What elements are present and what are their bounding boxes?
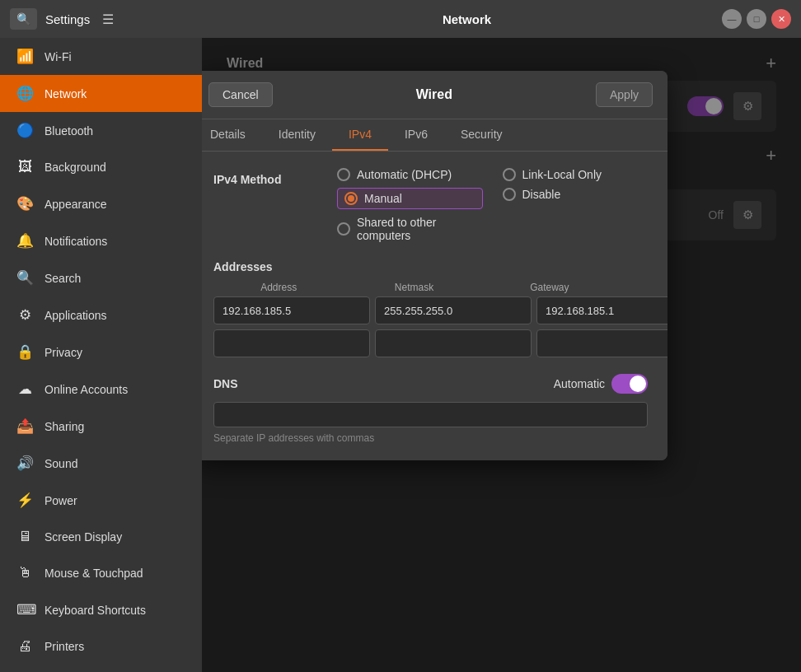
hamburger-button[interactable]: ☰ [98, 7, 118, 31]
sidebar-label-privacy: Privacy [44, 346, 82, 359]
method-row-3: Shared to other computers [337, 216, 648, 242]
radio-shared[interactable]: Shared to other computers [337, 216, 483, 242]
sidebar-label-network: Network [44, 87, 87, 100]
method-row-1: Automatic (DHCP) Link-Local Only [337, 168, 648, 181]
sidebar-label-online-accounts: Online Accounts [44, 383, 128, 396]
radio-auto-dhcp[interactable]: Automatic (DHCP) [337, 168, 483, 181]
sidebar-label-sound: Sound [44, 457, 77, 470]
tab-ipv6[interactable]: IPv6 [388, 119, 444, 151]
bluetooth-icon: 🔵 [16, 122, 33, 139]
sidebar-label-keyboard-shortcuts: Keyboard Shortcuts [44, 604, 146, 617]
sidebar-item-search[interactable]: 🔍 Search [0, 259, 202, 296]
sharing-icon: 📤 [16, 418, 33, 435]
settings-label: Settings [45, 12, 90, 26]
sidebar-label-notifications: Notifications [44, 235, 107, 248]
addresses-title: Addresses [213, 260, 648, 273]
network-icon: 🌐 [16, 85, 33, 102]
sidebar-label-power: Power [44, 494, 77, 507]
wired-dialog: Cancel Wired Apply Details Identity IPv4… [202, 71, 668, 460]
radio-disable[interactable]: Disable [503, 188, 649, 201]
sidebar-item-wifi[interactable]: 📶 Wi-Fi [0, 38, 202, 75]
maximize-button[interactable]: □ [747, 9, 766, 29]
dialog-tabs: Details Identity IPv4 IPv6 Security [202, 119, 668, 152]
dialog-overlay: Cancel Wired Apply Details Identity IPv4… [202, 38, 801, 672]
sidebar-item-background[interactable]: 🖼 Background [0, 149, 202, 185]
window-title: Network [212, 12, 722, 26]
col-gateway-label: Gateway [485, 282, 615, 293]
radio-disable-outer [503, 188, 516, 201]
addr-row-2: 🗑 [213, 329, 648, 357]
sidebar-label-screen-display: Screen Display [44, 530, 122, 544]
sidebar-label-mouse-touchpad: Mouse & Touchpad [44, 567, 143, 580]
sidebar-item-sound[interactable]: 🔊 Sound [0, 445, 202, 482]
dialog-cancel-button[interactable]: Cancel [208, 82, 273, 107]
radio-manual-label: Manual [364, 192, 402, 205]
radio-manual-outer [344, 192, 358, 205]
sidebar-item-screen-display[interactable]: 🖥 Screen Display [0, 519, 202, 555]
sidebar-item-keyboard-shortcuts[interactable]: ⌨ Keyboard Shortcuts [0, 591, 202, 628]
addr-row1-address[interactable] [213, 296, 370, 324]
titlebar: 🔍 Settings ☰ Network — □ ✕ [0, 0, 801, 38]
dns-input[interactable] [213, 402, 648, 427]
window-controls: — □ ✕ [722, 9, 791, 29]
search-button[interactable]: 🔍 [10, 8, 37, 30]
tab-details[interactable]: Details [202, 119, 262, 151]
col-netmask-label: Netmask [349, 282, 479, 293]
sidebar-item-notifications[interactable]: 🔔 Notifications [0, 222, 202, 259]
sidebar-item-appearance[interactable]: 🎨 Appearance [0, 185, 202, 222]
tab-identity[interactable]: Identity [262, 119, 332, 151]
sidebar-item-online-accounts[interactable]: ☁ Online Accounts [0, 371, 202, 408]
sidebar-label-appearance: Appearance [44, 198, 107, 211]
addr-row2-gateway[interactable] [536, 329, 668, 357]
sidebar-item-privacy[interactable]: 🔒 Privacy [0, 334, 202, 371]
sidebar-label-applications: Applications [44, 309, 107, 322]
addr-row1-gateway[interactable] [536, 296, 668, 324]
ipv4-method-label: IPv4 Method [213, 168, 321, 242]
minimize-button[interactable]: — [722, 9, 742, 29]
radio-shared-label: Shared to other computers [357, 216, 483, 242]
addr-row2-address[interactable] [213, 329, 370, 357]
dns-toggle-row: Automatic [554, 374, 648, 394]
dns-header-row: DNS Automatic [213, 374, 648, 394]
sidebar-item-sharing[interactable]: 📤 Sharing [0, 408, 202, 445]
ipv4-method-options: Automatic (DHCP) Link-Local Only [337, 168, 648, 242]
addr-row1-netmask[interactable] [375, 296, 532, 324]
dns-section: DNS Automatic Separate IP addresses with… [213, 374, 648, 444]
titlebar-left: 🔍 Settings ☰ [10, 7, 212, 31]
sidebar-item-bluetooth[interactable]: 🔵 Bluetooth [0, 112, 202, 149]
printers-icon: 🖨 [16, 638, 33, 655]
dns-toggle-knob [630, 376, 646, 392]
tab-security[interactable]: Security [444, 119, 519, 151]
addr-row2-netmask[interactable] [375, 329, 532, 357]
radio-link-local-label: Link-Local Only [522, 168, 602, 181]
keyboard-shortcuts-icon: ⌨ [16, 601, 33, 618]
method-row-2: Manual Disable [337, 188, 648, 209]
search-sidebar-icon: 🔍 [16, 269, 33, 287]
dns-toggle[interactable] [611, 374, 648, 394]
sidebar-label-sharing: Sharing [44, 420, 84, 433]
sidebar-item-printers[interactable]: 🖨 Printers [0, 628, 202, 665]
dialog-apply-button[interactable]: Apply [596, 82, 653, 107]
radio-manual[interactable]: Manual [337, 188, 483, 209]
dns-auto-label: Automatic [554, 377, 605, 390]
radio-manual-inner [348, 195, 354, 202]
sidebar-label-wifi: Wi-Fi [44, 50, 72, 63]
dns-hint: Separate IP addresses with commas [213, 432, 648, 444]
sidebar-label-search: Search [44, 272, 81, 285]
right-panel: Wired + Connected - 1000 Mb/s ⚙ VPN + Ne… [202, 38, 801, 672]
sound-icon: 🔊 [16, 455, 33, 472]
radio-auto-dhcp-label: Automatic (DHCP) [357, 168, 452, 181]
close-button[interactable]: ✕ [771, 9, 791, 29]
tab-ipv4[interactable]: IPv4 [332, 119, 388, 151]
sidebar-item-applications[interactable]: ⚙ Applications [0, 296, 202, 334]
sidebar-item-network[interactable]: 🌐 Network [0, 75, 202, 112]
sidebar-item-power[interactable]: ⚡ Power [0, 482, 202, 519]
addr-header-row: Address Netmask Gateway [213, 282, 648, 293]
notifications-icon: 🔔 [16, 232, 33, 250]
col-address-label: Address [213, 282, 344, 293]
sidebar-label-bluetooth: Bluetooth [44, 124, 93, 138]
background-icon: 🖼 [16, 159, 33, 175]
addresses-section: Addresses Address Netmask Gateway [213, 260, 648, 357]
radio-link-local[interactable]: Link-Local Only [503, 168, 649, 181]
sidebar-item-mouse-touchpad[interactable]: 🖱 Mouse & Touchpad [0, 555, 202, 591]
